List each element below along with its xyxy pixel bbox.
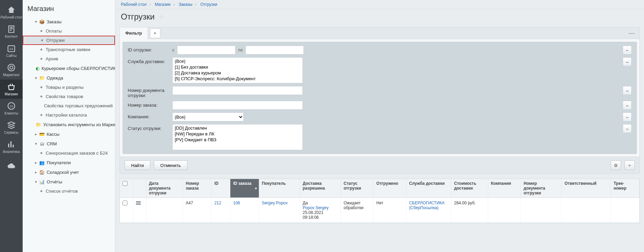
filter-delivery-select[interactable]: (Все) [1] Без доставки [2] Доставка курь… xyxy=(172,57,303,83)
svg-point-3 xyxy=(10,66,13,69)
tree-cat-settings[interactable]: Настройки каталога xyxy=(23,110,115,120)
rail-clients[interactable]: 24 Клиенты xyxy=(0,99,23,118)
col-cost[interactable]: Стоимость доставки xyxy=(451,179,488,198)
col-ordernum[interactable]: Номер заказа xyxy=(183,179,211,198)
calendar-icon: 24 xyxy=(7,44,16,53)
cell-buyer-link[interactable]: Sergey Popov xyxy=(262,201,288,205)
col-actions xyxy=(133,179,146,198)
report-icon: 📊 xyxy=(39,179,45,184)
filter-collapse-icon[interactable]: — xyxy=(626,29,637,37)
filter-settings-button[interactable]: ⚙ xyxy=(611,160,621,170)
target-icon xyxy=(7,63,16,72)
filter-company-select[interactable]: (Все) xyxy=(172,112,244,121)
col-allowed[interactable]: Доставка разрешена xyxy=(300,179,341,198)
tree-archive[interactable]: Архив xyxy=(23,54,115,63)
tree-cash[interactable]: ▸💳Кассы xyxy=(23,129,115,139)
tree-courier[interactable]: ◐Курьерские сборы СБЕРЛОГИСТИКА xyxy=(23,63,115,73)
crumb-orders[interactable]: Заказы xyxy=(179,2,192,7)
col-id[interactable]: ID xyxy=(211,179,230,198)
find-button[interactable]: Найти xyxy=(125,160,150,170)
sidebar: Магазин ▾📦Заказы Оплаты Отгрузки Транспо… xyxy=(23,0,115,252)
plus-icon: + xyxy=(628,163,631,168)
col-orderid[interactable]: ID заказа xyxy=(230,179,259,198)
filter-remove-button[interactable]: – xyxy=(623,124,632,133)
basket-icon xyxy=(7,82,16,91)
tree-warehouse[interactable]: ▸🏠Складской учет xyxy=(23,167,115,177)
filter-tab[interactable]: Фильтр xyxy=(120,27,148,39)
rail-label: Аналитика xyxy=(3,150,20,154)
filter-remove-button[interactable]: – xyxy=(623,101,632,110)
filter-remove-button[interactable]: – xyxy=(623,112,632,121)
row-menu-icon[interactable] xyxy=(136,201,141,205)
row-checkbox[interactable] xyxy=(123,201,127,205)
tree-crm-sync[interactable]: Синхронизация заказов с Б24 xyxy=(23,148,115,158)
rail-services[interactable]: Сервисы xyxy=(0,118,23,137)
filter-remove-button[interactable]: – xyxy=(623,57,632,66)
crumb-shop[interactable]: Магазин xyxy=(155,2,171,7)
tree-props[interactable]: Свойства товаров xyxy=(23,92,115,101)
tree-orders[interactable]: ▾📦Заказы xyxy=(23,17,115,26)
rail-sites[interactable]: 24 Сайты xyxy=(0,41,23,60)
filter-status-select[interactable]: [DD] Доставлен [NW] Передан в ЛК [PV] Ож… xyxy=(172,124,303,150)
filter-add-tab-button[interactable]: + xyxy=(150,28,160,38)
users-icon: 👥 xyxy=(39,160,45,165)
col-service[interactable]: Служба доставки xyxy=(406,179,451,198)
cell-company xyxy=(488,198,520,223)
rail-shop[interactable]: Магазин xyxy=(0,80,23,99)
filter-docnum-input[interactable] xyxy=(172,86,303,95)
rail-label: Сервисы xyxy=(4,131,18,134)
cell-allowed-name[interactable]: Popov Sergey xyxy=(303,205,329,210)
table-row[interactable]: A47 212 106 Sergey Popov Да Popov Sergey… xyxy=(120,198,640,223)
rail-content[interactable]: Контент xyxy=(0,22,23,41)
col-company[interactable]: Компания xyxy=(488,179,520,198)
tree-crm[interactable]: ▾🗂CRM xyxy=(23,139,115,148)
stack-icon xyxy=(7,121,16,130)
filter-id-to-input[interactable] xyxy=(245,46,304,55)
tree-clothes[interactable]: ▾📁Одежда xyxy=(23,73,115,83)
filter-ordernum-input[interactable] xyxy=(172,101,303,110)
rail-cloud[interactable] xyxy=(0,156,23,176)
breadcrumb: Рабочий стол› Магазин› Заказы› Отгрузки xyxy=(115,0,644,9)
rail-label: Сайты xyxy=(6,54,16,58)
tree-transport[interactable]: Транспортные заявки xyxy=(23,45,115,54)
filter-add-button[interactable]: + xyxy=(624,160,635,170)
rail-marketing[interactable]: Маркетинг xyxy=(0,60,23,80)
filter-docnum-label: Номер документа отгрузки: xyxy=(128,86,169,98)
rail-analytics[interactable]: Аналитика xyxy=(0,137,23,156)
col-track[interactable]: Трек-номер xyxy=(611,179,640,198)
filter-id-from-input[interactable] xyxy=(177,46,235,55)
cell-service: СБЕРЛОГИСТИКА (СберПосылка) xyxy=(406,198,451,223)
filter-remove-button[interactable]: – xyxy=(623,86,632,95)
cell-docnum xyxy=(521,198,562,223)
tree-reports[interactable]: ▾📊Отчёты xyxy=(23,177,115,187)
col-docnum[interactable]: Номер документа отгрузки xyxy=(521,179,562,198)
col-check[interactable] xyxy=(120,179,133,198)
tree-goods[interactable]: Товары и разделы xyxy=(23,83,115,92)
rail-label: Маркетинг xyxy=(3,73,20,77)
cell-id-link[interactable]: 212 xyxy=(214,201,221,205)
col-buyer[interactable]: Покупатель xyxy=(259,179,300,198)
favorite-star-icon[interactable]: ☆ xyxy=(159,13,164,21)
tree-marketplace[interactable]: 📁Установить инструменты из Маркетплейс xyxy=(23,120,115,129)
crumb-shipments[interactable]: Отгрузки xyxy=(200,2,217,7)
tree-report-list[interactable]: Список отчётов xyxy=(23,187,115,196)
filter-remove-button[interactable]: – xyxy=(623,46,632,55)
tree-buyers[interactable]: ▸👥Покупатели xyxy=(23,158,115,167)
col-date[interactable]: Дата документа отгрузки xyxy=(146,179,183,198)
tree-shipments[interactable]: Отгрузки xyxy=(23,36,115,45)
cell-shipped: Нет xyxy=(373,198,406,223)
rail-desktop[interactable]: Рабочий стол xyxy=(0,3,23,22)
col-shipped[interactable]: Отгружено xyxy=(373,179,406,198)
col-responsible[interactable]: Ответственный xyxy=(562,179,611,198)
warehouse-icon: 🏠 xyxy=(39,169,45,175)
tree-payments[interactable]: Оплаты xyxy=(23,26,115,36)
cancel-button[interactable]: Отменить xyxy=(154,160,187,170)
rail-label: Контент xyxy=(5,35,18,38)
select-all-checkbox[interactable] xyxy=(123,181,127,186)
cell-orderid-link[interactable]: 106 xyxy=(233,201,240,205)
tree-trade-props[interactable]: Свойства торговых предложений xyxy=(23,101,115,110)
rail-label: Магазин xyxy=(5,92,18,96)
filter-company-label: Компания: xyxy=(128,112,169,119)
crumb-desktop[interactable]: Рабочий стол xyxy=(121,2,147,7)
col-status[interactable]: Статус отгрузки xyxy=(341,179,373,198)
